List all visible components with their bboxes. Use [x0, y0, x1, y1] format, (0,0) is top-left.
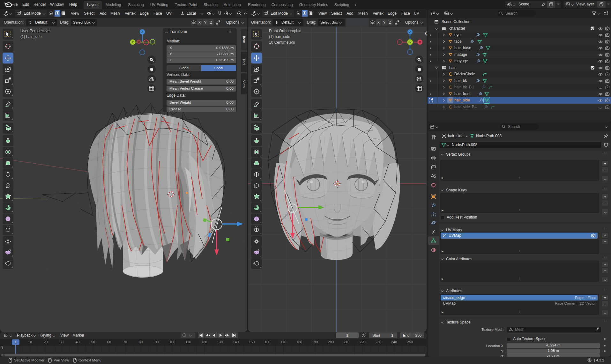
svg-text:Z: Z — [409, 30, 411, 34]
svg-text:Y: Y — [132, 41, 134, 44]
svg-text:-Y: -Y — [409, 41, 412, 44]
svg-text:X: X — [419, 41, 421, 44]
svg-text:Z: Z — [141, 30, 143, 34]
svg-text:X: X — [138, 41, 140, 44]
svg-text:❮: ❮ — [424, 31, 427, 35]
